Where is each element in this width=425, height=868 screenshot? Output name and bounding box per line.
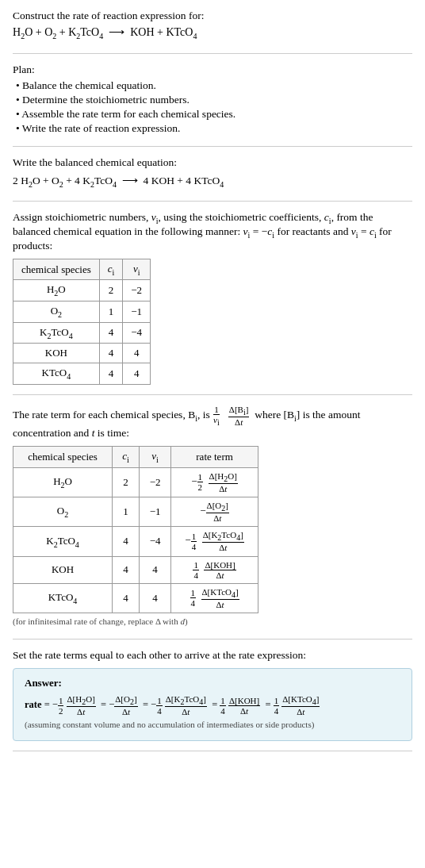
- final-section: Set the rate terms equal to each other t…: [13, 649, 412, 751]
- plan-label: Plan:: [13, 63, 412, 76]
- vi-cell: 4: [123, 344, 151, 363]
- vi-cell: 4: [123, 363, 151, 385]
- col-rate-term: rate term: [171, 447, 258, 468]
- rate-term-cell: −12 Δ[H2O]Δt: [171, 467, 258, 497]
- stoich-intro: Assign stoichiometric numbers, νi, using…: [13, 211, 412, 252]
- species-cell: H2O: [13, 280, 100, 301]
- species-cell: KOH: [13, 344, 100, 363]
- ci-cell: 1: [99, 301, 123, 323]
- balanced-label: Write the balanced chemical equation:: [13, 156, 412, 169]
- plan-step-2: • Determine the stoichiometric numbers.: [16, 94, 412, 106]
- vi-cell: −1: [123, 301, 151, 323]
- table-row: H2O 2 −2 −12 Δ[H2O]Δt: [13, 467, 258, 497]
- table-row: H2O 2 −2: [13, 280, 151, 301]
- species-cell: KTcO4: [13, 363, 100, 385]
- balanced-equation: 2 H2O + O2 + 4 K2TcO4 ⟶ 4 KOH + 4 KTcO4: [13, 174, 412, 189]
- rate-formula: 1 νi: [212, 405, 220, 427]
- table-row: KTcO4 4 4 14 Δ[KTcO4]Δt: [13, 583, 258, 613]
- rate-term-cell: 14 Δ[KOH]Δt: [171, 556, 258, 583]
- stoich-table: chemical species ci νi H2O 2 −2 O2 1 −1 …: [13, 259, 151, 385]
- final-note: (assuming constant volume and no accumul…: [25, 720, 400, 729]
- delta-fraction: Δ[Bi] Δt: [228, 405, 250, 427]
- table-row: KOH 4 4 14 Δ[KOH]Δt: [13, 556, 258, 583]
- col-vi: νi: [123, 259, 151, 280]
- plan-step-4: • Write the rate of reaction expression.: [16, 122, 412, 135]
- col-ci: ci: [99, 259, 123, 280]
- construct-label: Construct the rate of reaction expressio…: [13, 10, 412, 22]
- ci-cell: 2: [99, 280, 123, 301]
- table-row: KOH 4 4: [13, 344, 151, 363]
- rate-term-section: The rate term for each chemical species,…: [13, 405, 412, 639]
- plan-step-3: • Assemble the rate term for each chemic…: [16, 108, 412, 121]
- vi-cell: −2: [123, 280, 151, 301]
- col-species: chemical species: [13, 447, 113, 468]
- table-row: KTcO4 4 4: [13, 363, 151, 385]
- table-row: K2TcO4 4 −4: [13, 322, 151, 344]
- header-section: Construct the rate of reaction expressio…: [13, 10, 412, 54]
- rate-term-cell: 14 Δ[KTcO4]Δt: [171, 583, 258, 613]
- answer-label: Answer:: [25, 677, 400, 689]
- species-cell: O2: [13, 301, 100, 323]
- species-cell: K2TcO4: [13, 322, 100, 344]
- footnote: (for infinitesimal rate of change, repla…: [13, 616, 412, 626]
- col-species: chemical species: [13, 259, 100, 280]
- rate-expression: rate = −12 Δ[H2O]Δt = −Δ[O2]Δt = −14 Δ[K…: [25, 694, 400, 716]
- rate-term-intro: The rate term for each chemical species,…: [13, 405, 412, 440]
- plan-step-1: • Balance the chemical equation.: [16, 79, 412, 92]
- ci-cell: 4: [99, 363, 123, 385]
- rate-term-table: chemical species ci νi rate term H2O 2 −…: [13, 446, 258, 613]
- final-intro: Set the rate terms equal to each other t…: [13, 649, 412, 662]
- ci-cell: 4: [99, 344, 123, 363]
- plan-section: Plan: • Balance the chemical equation. •…: [13, 63, 412, 147]
- rate-term-cell: −Δ[O2]Δt: [171, 497, 258, 526]
- stoich-section: Assign stoichiometric numbers, νi, using…: [13, 211, 412, 394]
- col-ci: ci: [113, 447, 140, 468]
- balanced-section: Write the balanced chemical equation: 2 …: [13, 156, 412, 202]
- table-row: K2TcO4 4 −4 −14 Δ[K2TcO4]Δt: [13, 527, 258, 556]
- answer-box: Answer: rate = −12 Δ[H2O]Δt = −Δ[O2]Δt =…: [13, 668, 412, 741]
- rate-term-cell: −14 Δ[K2TcO4]Δt: [171, 527, 258, 556]
- table-row: O2 1 −1 −Δ[O2]Δt: [13, 497, 258, 526]
- reaction-equation: H2O + O2 + K2TcO4 ⟶ KOH + KTcO4: [13, 25, 412, 40]
- col-vi: νi: [140, 447, 171, 468]
- plan-list: • Balance the chemical equation. • Deter…: [16, 79, 412, 135]
- table-row: O2 1 −1: [13, 301, 151, 323]
- ci-cell: 4: [99, 322, 123, 344]
- vi-cell: −4: [123, 322, 151, 344]
